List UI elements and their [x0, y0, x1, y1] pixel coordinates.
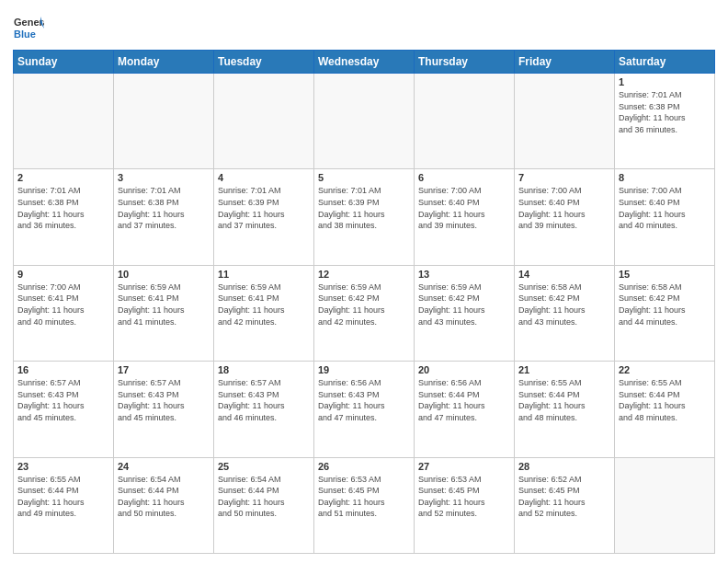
calendar-cell: 9Sunrise: 7:00 AM Sunset: 6:41 PM Daylig…	[14, 265, 114, 361]
day-number: 10	[118, 269, 210, 280]
day-info: Sunrise: 6:56 AM Sunset: 6:44 PM Dayligh…	[418, 377, 510, 423]
day-number: 3	[118, 172, 210, 183]
calendar-cell: 13Sunrise: 6:59 AM Sunset: 6:42 PM Dayli…	[415, 265, 515, 361]
week-row-3: 16Sunrise: 6:57 AM Sunset: 6:43 PM Dayli…	[14, 362, 715, 457]
day-number: 1	[619, 76, 711, 87]
day-number: 14	[518, 269, 610, 280]
logo-container: General Blue	[13, 13, 44, 44]
svg-text:Blue: Blue	[14, 29, 36, 40]
day-number: 7	[518, 172, 610, 183]
calendar-cell: 5Sunrise: 7:01 AM Sunset: 6:39 PM Daylig…	[314, 169, 415, 265]
day-info: Sunrise: 6:56 AM Sunset: 6:43 PM Dayligh…	[318, 377, 410, 423]
day-number: 12	[318, 269, 410, 280]
day-info: Sunrise: 6:54 AM Sunset: 6:44 PM Dayligh…	[218, 474, 310, 520]
calendar-cell: 25Sunrise: 6:54 AM Sunset: 6:44 PM Dayli…	[214, 457, 314, 553]
day-number: 17	[118, 364, 210, 375]
calendar-cell	[615, 457, 715, 553]
calendar-cell	[314, 74, 415, 169]
week-row-1: 2Sunrise: 7:01 AM Sunset: 6:38 PM Daylig…	[14, 169, 715, 265]
week-row-0: 1Sunrise: 7:01 AM Sunset: 6:38 PM Daylig…	[14, 74, 715, 169]
logo-graphic: General Blue	[13, 13, 44, 44]
day-info: Sunrise: 7:01 AM Sunset: 6:39 PM Dayligh…	[318, 185, 410, 231]
calendar-cell: 4Sunrise: 7:01 AM Sunset: 6:39 PM Daylig…	[214, 169, 314, 265]
day-info: Sunrise: 7:00 AM Sunset: 6:40 PM Dayligh…	[619, 185, 711, 231]
day-info: Sunrise: 6:59 AM Sunset: 6:41 PM Dayligh…	[218, 282, 310, 327]
logo: General Blue	[13, 13, 44, 44]
day-number: 8	[619, 172, 711, 183]
day-info: Sunrise: 6:58 AM Sunset: 6:42 PM Dayligh…	[518, 282, 610, 327]
day-info: Sunrise: 7:01 AM Sunset: 6:38 PM Dayligh…	[118, 185, 210, 231]
calendar-cell	[515, 74, 615, 169]
day-number: 28	[518, 461, 610, 472]
calendar-cell	[114, 74, 214, 169]
day-number: 11	[218, 269, 310, 280]
day-info: Sunrise: 6:52 AM Sunset: 6:45 PM Dayligh…	[518, 474, 610, 520]
day-info: Sunrise: 7:00 AM Sunset: 6:41 PM Dayligh…	[17, 282, 109, 327]
day-number: 6	[418, 172, 510, 183]
calendar-cell: 11Sunrise: 6:59 AM Sunset: 6:41 PM Dayli…	[214, 265, 314, 361]
day-number: 23	[17, 461, 109, 472]
calendar-cell	[14, 74, 114, 169]
day-number: 16	[17, 364, 109, 375]
day-info: Sunrise: 6:54 AM Sunset: 6:44 PM Dayligh…	[118, 474, 210, 520]
day-number: 24	[118, 461, 210, 472]
calendar-cell	[214, 74, 314, 169]
calendar-cell: 1Sunrise: 7:01 AM Sunset: 6:38 PM Daylig…	[615, 74, 715, 169]
day-info: Sunrise: 7:01 AM Sunset: 6:39 PM Dayligh…	[218, 185, 310, 231]
day-info: Sunrise: 7:00 AM Sunset: 6:40 PM Dayligh…	[518, 185, 610, 231]
day-number: 25	[218, 461, 310, 472]
day-number: 5	[318, 172, 410, 183]
day-info: Sunrise: 6:55 AM Sunset: 6:44 PM Dayligh…	[17, 474, 109, 520]
svg-text:General: General	[14, 17, 44, 28]
calendar-cell: 2Sunrise: 7:01 AM Sunset: 6:38 PM Daylig…	[14, 169, 114, 265]
day-number: 15	[619, 269, 711, 280]
day-info: Sunrise: 6:53 AM Sunset: 6:45 PM Dayligh…	[318, 474, 410, 520]
day-info: Sunrise: 6:59 AM Sunset: 6:42 PM Dayligh…	[318, 282, 410, 327]
calendar-cell: 27Sunrise: 6:53 AM Sunset: 6:45 PM Dayli…	[415, 457, 515, 553]
col-header-wednesday: Wednesday	[314, 51, 415, 74]
calendar-cell: 16Sunrise: 6:57 AM Sunset: 6:43 PM Dayli…	[14, 362, 114, 457]
calendar-cell	[415, 74, 515, 169]
day-info: Sunrise: 6:59 AM Sunset: 6:41 PM Dayligh…	[118, 282, 210, 327]
calendar-cell: 22Sunrise: 6:55 AM Sunset: 6:44 PM Dayli…	[615, 362, 715, 457]
calendar-cell: 19Sunrise: 6:56 AM Sunset: 6:43 PM Dayli…	[314, 362, 415, 457]
calendar-cell: 23Sunrise: 6:55 AM Sunset: 6:44 PM Dayli…	[14, 457, 114, 553]
calendar-cell: 24Sunrise: 6:54 AM Sunset: 6:44 PM Dayli…	[114, 457, 214, 553]
week-row-2: 9Sunrise: 7:00 AM Sunset: 6:41 PM Daylig…	[14, 265, 715, 361]
col-header-sunday: Sunday	[14, 51, 114, 74]
calendar-cell: 10Sunrise: 6:59 AM Sunset: 6:41 PM Dayli…	[114, 265, 214, 361]
calendar: SundayMondayTuesdayWednesdayThursdayFrid…	[13, 50, 715, 554]
day-info: Sunrise: 6:55 AM Sunset: 6:44 PM Dayligh…	[619, 377, 711, 423]
page: General Blue SundayMondayTuesdayWednesda…	[0, 0, 728, 563]
day-number: 18	[218, 364, 310, 375]
col-header-monday: Monday	[114, 51, 214, 74]
day-number: 27	[418, 461, 510, 472]
header: General Blue	[13, 9, 715, 44]
day-number: 13	[418, 269, 510, 280]
week-row-4: 23Sunrise: 6:55 AM Sunset: 6:44 PM Dayli…	[14, 457, 715, 553]
day-number: 26	[318, 461, 410, 472]
day-info: Sunrise: 6:57 AM Sunset: 6:43 PM Dayligh…	[218, 377, 310, 423]
day-number: 2	[17, 172, 109, 183]
day-info: Sunrise: 6:55 AM Sunset: 6:44 PM Dayligh…	[518, 377, 610, 423]
calendar-cell: 28Sunrise: 6:52 AM Sunset: 6:45 PM Dayli…	[515, 457, 615, 553]
calendar-cell: 12Sunrise: 6:59 AM Sunset: 6:42 PM Dayli…	[314, 265, 415, 361]
calendar-cell: 3Sunrise: 7:01 AM Sunset: 6:38 PM Daylig…	[114, 169, 214, 265]
day-info: Sunrise: 6:57 AM Sunset: 6:43 PM Dayligh…	[17, 377, 109, 423]
day-info: Sunrise: 6:58 AM Sunset: 6:42 PM Dayligh…	[619, 282, 711, 327]
day-info: Sunrise: 7:01 AM Sunset: 6:38 PM Dayligh…	[17, 185, 109, 231]
day-number: 20	[418, 364, 510, 375]
calendar-cell: 6Sunrise: 7:00 AM Sunset: 6:40 PM Daylig…	[415, 169, 515, 265]
day-number: 19	[318, 364, 410, 375]
calendar-cell: 20Sunrise: 6:56 AM Sunset: 6:44 PM Dayli…	[415, 362, 515, 457]
day-info: Sunrise: 6:53 AM Sunset: 6:45 PM Dayligh…	[418, 474, 510, 520]
day-info: Sunrise: 6:59 AM Sunset: 6:42 PM Dayligh…	[418, 282, 510, 327]
calendar-cell: 15Sunrise: 6:58 AM Sunset: 6:42 PM Dayli…	[615, 265, 715, 361]
col-header-tuesday: Tuesday	[214, 51, 314, 74]
day-info: Sunrise: 7:00 AM Sunset: 6:40 PM Dayligh…	[418, 185, 510, 231]
day-number: 22	[619, 364, 711, 375]
calendar-cell: 26Sunrise: 6:53 AM Sunset: 6:45 PM Dayli…	[314, 457, 415, 553]
col-header-friday: Friday	[515, 51, 615, 74]
calendar-cell: 17Sunrise: 6:57 AM Sunset: 6:43 PM Dayli…	[114, 362, 214, 457]
calendar-header-row: SundayMondayTuesdayWednesdayThursdayFrid…	[14, 51, 715, 74]
